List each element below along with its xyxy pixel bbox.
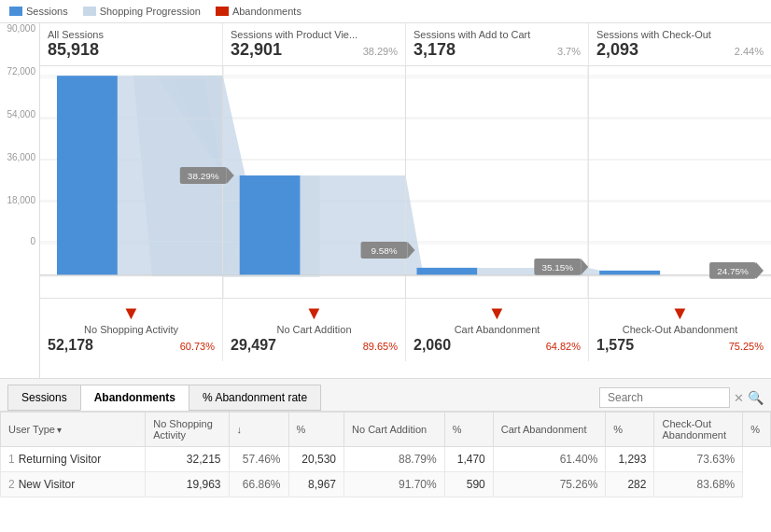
legend-sessions-label: Sessions [26,6,68,17]
drop-col-1: ▼ No Cart Addition 29,497 89.65% [223,299,406,361]
pct-arrow-1: 9.58% [361,242,415,259]
bar-col0 [57,76,118,275]
funnel-chart-area: 38.29% 9.58% 35.15% 24. [40,66,771,298]
y-label-54k: 54,000 [7,109,35,119]
drop-col-2: ▼ Cart Abandonment 2,060 64.82% [406,299,589,361]
svg-text:9.58%: 9.58% [371,245,397,256]
col-value-2: 3,178 [414,40,456,60]
table-row: 2New Visitor 19,963 66.86% 8,967 91.70% … [1,472,771,497]
legend-abandonments-box [216,7,229,16]
search-icon[interactable]: 🔍 [748,390,764,405]
tab-sessions[interactable]: Sessions [7,385,81,411]
th-cart-abandon: Cart Abandonment [493,413,606,447]
drop-label-3: Check-Out Abandonment [596,324,764,335]
tab-abandonment-rate[interactable]: % Abandonment rate [189,385,321,411]
svg-text:38.29%: 38.29% [188,171,219,181]
col-value-3: 2,093 [596,40,638,60]
col-header-product-view: Sessions with Product Vie... 32,901 38.2… [223,23,406,65]
col-header-add-to-cart: Sessions with Add to Cart 3,178 3.7% [406,23,589,65]
cell-no-cart-0: 20,530 [288,447,344,472]
col-header-checkout: Sessions with Check-Out 2,093 2.44% [589,23,771,65]
legend-abandonments-label: Abandonments [232,6,301,17]
search-clear-icon[interactable]: ✕ [734,391,744,405]
search-input[interactable] [599,387,730,408]
cell-no-shopping-1: 19,963 [146,472,229,497]
col-title-2: Sessions with Add to Cart [414,29,581,40]
bar-col1 [240,175,301,275]
y-label-36k: 36,000 [7,152,35,162]
th-checkout-pct: % [743,413,771,447]
search-container: ✕ 🔍 [599,387,764,408]
table-section: Sessions Abandonments % Abandonment rate… [0,379,771,497]
tabs-bar: Sessions Abandonments % Abandonment rate… [0,379,771,412]
th-no-shopping-sort[interactable]: ↓ [229,413,288,447]
col-title-1: Sessions with Product Vie... [231,29,398,40]
y-label-90k: 90,000 [7,23,35,34]
cell-cart-pct-0: 61.40% [493,447,606,472]
y-label-0: 0 [30,236,35,246]
svg-marker-22 [406,175,423,275]
y-axis: 90,000 72,000 54,000 36,000 18,000 0 [0,23,39,378]
tab-abandonments[interactable]: Abandonments [80,385,189,411]
th-no-shopping-pct: % [288,413,344,447]
cell-no-shopping-0: 32,215 [146,447,229,472]
cell-checkout-0: 1,293 [606,447,654,472]
th-cart-abandon-pct: % [606,413,654,447]
drop-col-3: ▼ Check-Out Abandonment 1,575 75.25% [589,299,771,361]
drop-label-2: Cart Abandonment [414,324,581,335]
drop-pct-0: 60.73% [180,341,215,352]
th-user-type[interactable]: User Type ▾ [1,413,146,447]
bar-col3 [599,271,660,275]
legend-abandonments: Abandonments [216,6,301,17]
cell-no-shopping-pct-1: 66.86% [229,472,288,497]
y-label-18k: 18,000 [7,195,35,205]
drop-value-3: 1,575 [596,337,634,354]
th-no-shopping: No ShoppingActivity [146,413,229,447]
drop-value-0: 52,178 [48,337,93,354]
funnel-main-svg: 38.29% 9.58% 35.15% 24. [40,66,771,298]
drop-row: ▼ No Shopping Activity 52,178 60.73% ▼ N… [40,298,771,361]
col-value-0: 85,918 [48,40,215,60]
legend-sessions: Sessions [9,6,68,17]
drop-arrow-2: ▼ [414,302,581,324]
drop-arrow-0: ▼ [48,302,215,324]
data-table: User Type ▾ No ShoppingActivity ↓ % No C… [0,412,771,497]
cell-checkout-pct-1: 83.68% [654,472,743,497]
drop-value-1: 29,497 [231,337,276,354]
col-pct-2: 3.7% [557,46,581,57]
th-checkout-abandon: Check-OutAbandonment [654,413,743,447]
cell-user-type-0: 1Returning Visitor [1,447,146,472]
svg-text:35.15%: 35.15% [541,262,573,273]
col-header-all-sessions: All Sessions 85,918 [40,23,223,65]
pct-arrow-3: 24.75% [709,262,764,279]
cell-cart-abandon-1: 590 [444,472,493,497]
drop-label-1: No Cart Addition [231,324,398,335]
svg-marker-39 [756,262,764,279]
pct-arrow-2: 35.15% [534,259,588,275]
col-title-3: Sessions with Check-Out [596,29,764,40]
col-pct-1: 38.29% [363,46,398,57]
cell-no-cart-1: 8,967 [288,472,344,497]
pct-arrow-0: 38.29% [180,167,234,184]
drop-label-0: No Shopping Activity [48,324,215,335]
cell-no-cart-pct-0: 88.79% [344,447,445,472]
drop-col-0: ▼ No Shopping Activity 52,178 60.73% [40,299,223,361]
cell-cart-abandon-0: 1,470 [444,447,493,472]
th-no-cart: No Cart Addition [344,413,445,447]
drop-arrow-3: ▼ [596,302,764,324]
cell-no-cart-pct-1: 91.70% [344,472,445,497]
table-row: 1Returning Visitor 32,215 57.46% 20,530 … [1,447,771,472]
cell-cart-pct-1: 75.26% [493,472,606,497]
svg-text:24.75%: 24.75% [717,266,749,276]
drop-pct-2: 64.82% [546,341,581,352]
bar-col2 [416,268,477,275]
th-no-cart-pct: % [444,413,493,447]
legend-shopping: Shopping Progression [83,6,201,17]
cell-no-shopping-pct-0: 57.46% [229,447,288,472]
drop-value-2: 2,060 [414,337,451,354]
chart-legend: Sessions Shopping Progression Abandonmen… [0,0,771,23]
drop-pct-3: 75.25% [729,341,764,352]
svg-marker-21 [301,175,406,275]
col-title-0: All Sessions [48,29,215,40]
legend-shopping-label: Shopping Progression [100,6,201,17]
